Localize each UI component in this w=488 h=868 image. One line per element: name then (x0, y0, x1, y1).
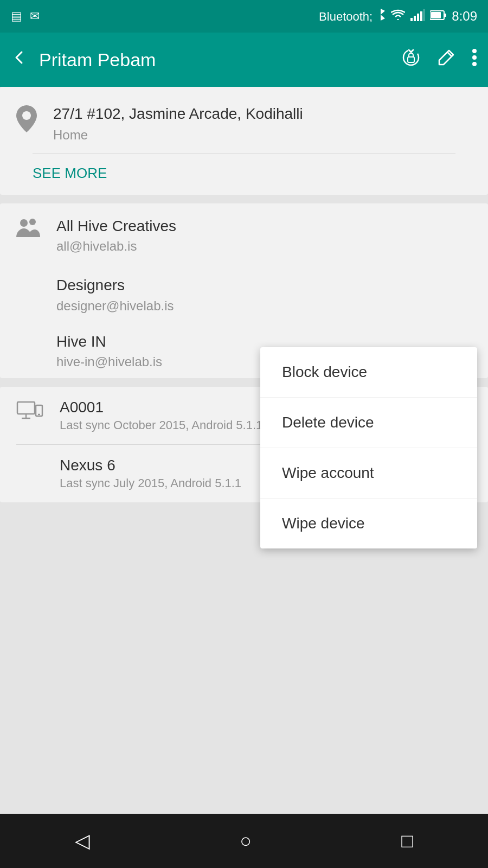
svg-rect-6 (431, 12, 441, 18)
address-card: 27/1 #102, Jasmine Arcade, Kodihalli Hom… (0, 87, 488, 195)
edit-icon[interactable] (437, 48, 455, 71)
svg-rect-0 (410, 18, 413, 21)
status-time: 8:09 (452, 9, 477, 24)
group-item-main: All Hive Creatives all@hivelab.is (0, 203, 488, 266)
toolbar-actions (401, 48, 477, 72)
group-details-main: All Hive Creatives all@hivelab.is (56, 215, 176, 254)
svg-point-15 (29, 219, 36, 225)
wifi-icon (391, 9, 405, 24)
address-details: 27/1 #102, Jasmine Arcade, Kodihalli Hom… (53, 103, 303, 143)
toolbar: Pritam Pebam (0, 33, 488, 87)
group-icon (16, 218, 40, 242)
page-title: Pritam Pebam (39, 49, 390, 71)
menu-item-delete-device[interactable]: Delete device (260, 398, 477, 448)
group-details-designers: Designers designer@hivelab.is (56, 275, 174, 313)
menu-item-wipe-device[interactable]: Wipe device (260, 499, 477, 548)
svg-rect-7 (444, 14, 446, 17)
signal-icon (410, 9, 425, 24)
group-details-hive-in: Hive IN hive-in@hivelab.is (56, 331, 162, 369)
svg-rect-2 (417, 14, 419, 21)
svg-rect-4 (423, 9, 425, 21)
nav-bar: ◁ ○ □ (0, 814, 488, 868)
menu-item-block-device[interactable]: Block device (260, 347, 477, 398)
context-menu: Block device Delete device Wipe account … (260, 347, 477, 548)
group-item-designers: Designers designer@hivelab.is (0, 266, 488, 322)
svg-rect-3 (420, 11, 422, 21)
svg-rect-9 (408, 57, 414, 62)
group-name-designers: Designers (56, 275, 174, 296)
group-email-designers: designer@hivelab.is (56, 298, 174, 314)
nav-recents-button[interactable]: □ (401, 829, 413, 852)
lock-rotate-icon[interactable] (401, 48, 421, 72)
nav-home-button[interactable]: ○ (240, 829, 252, 852)
group-email-main: all@hivelab.is (56, 239, 176, 254)
group-name-main: All Hive Creatives (56, 215, 176, 237)
mail-status-icon: ✉ (30, 9, 40, 23)
more-vert-icon[interactable] (472, 48, 477, 71)
bluetooth-icon: Bluetooth; (319, 9, 386, 24)
svg-point-13 (22, 111, 31, 120)
svg-point-10 (472, 49, 477, 53)
svg-point-11 (472, 55, 477, 60)
battery-icon (430, 10, 446, 23)
svg-point-12 (472, 62, 477, 66)
svg-rect-16 (17, 402, 35, 414)
status-bar-right: Bluetooth; (319, 9, 477, 24)
see-more-row: SEE MORE (16, 154, 472, 195)
group-name-hive-in: Hive IN (56, 331, 162, 352)
status-bar: ▤ ✉ Bluetooth; (0, 0, 488, 33)
address-line: 27/1 #102, Jasmine Arcade, Kodihalli (53, 103, 303, 124)
menu-item-wipe-account[interactable]: Wipe account (260, 448, 477, 499)
location-icon (16, 105, 37, 137)
address-label: Home (53, 127, 303, 143)
image-status-icon: ▤ (11, 9, 22, 23)
status-bar-left: ▤ ✉ (11, 9, 40, 23)
svg-point-14 (20, 219, 28, 227)
device-monitor-icon (16, 401, 43, 430)
svg-rect-1 (414, 16, 416, 21)
address-row: 27/1 #102, Jasmine Arcade, Kodihalli Hom… (16, 103, 472, 154)
group-email-hive-in: hive-in@hivelab.is (56, 354, 162, 369)
nav-back-button[interactable]: ◁ (75, 829, 90, 852)
back-button[interactable] (11, 48, 28, 71)
see-more-button[interactable]: SEE MORE (33, 165, 107, 181)
